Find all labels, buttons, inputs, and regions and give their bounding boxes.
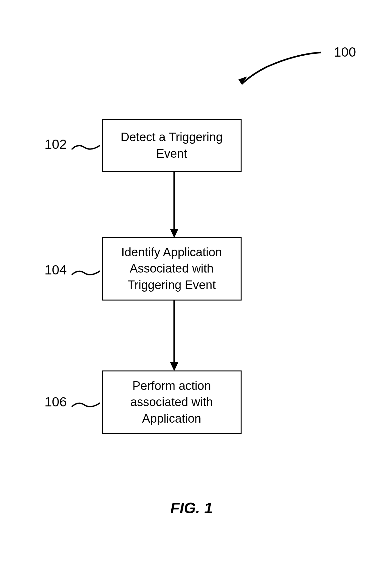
figure-label: FIG. 1 bbox=[0, 499, 383, 517]
svg-marker-2 bbox=[170, 229, 178, 238]
curved-arrow-icon bbox=[235, 49, 324, 91]
flowchart-diagram: 100 102 Detect a Triggering Event 104 Id… bbox=[0, 0, 383, 588]
flowchart-step-106: Perform action associated with Applicati… bbox=[102, 370, 242, 434]
svg-marker-4 bbox=[170, 362, 178, 371]
step-label-106: 106 bbox=[44, 394, 67, 410]
step-text: Identify Application Associated with Tri… bbox=[109, 244, 234, 293]
step-label-102: 102 bbox=[44, 137, 67, 152]
step-label-104: 104 bbox=[44, 262, 67, 278]
down-arrow-icon bbox=[169, 172, 179, 238]
flowchart-step-104: Identify Application Associated with Tri… bbox=[102, 237, 242, 301]
step-text: Perform action associated with Applicati… bbox=[109, 378, 234, 427]
reference-number-100: 100 bbox=[334, 45, 356, 60]
squiggle-connector-icon bbox=[72, 399, 100, 410]
step-text: Detect a Triggering Event bbox=[109, 129, 234, 162]
down-arrow-icon bbox=[169, 301, 179, 371]
flowchart-step-102: Detect a Triggering Event bbox=[102, 119, 242, 172]
squiggle-connector-icon bbox=[72, 267, 100, 278]
squiggle-connector-icon bbox=[72, 142, 100, 153]
